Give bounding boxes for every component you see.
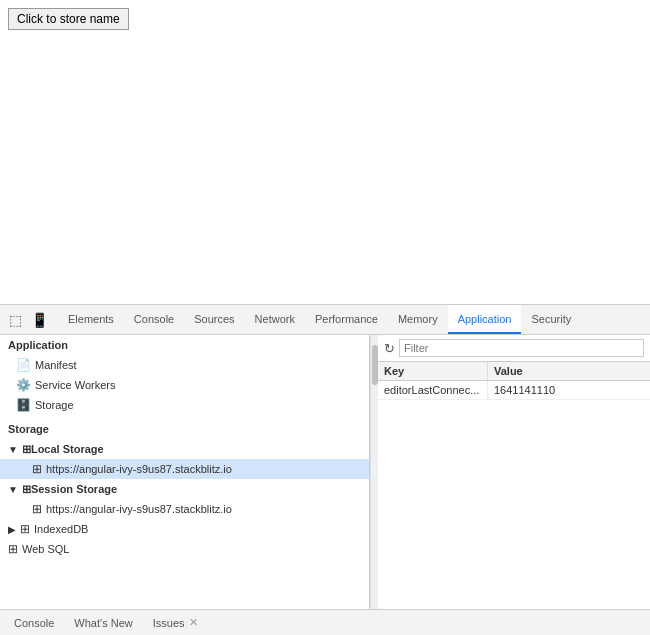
issues-close-icon[interactable]: ✕ <box>189 616 198 629</box>
local-storage-icon: ⊞ <box>22 443 31 456</box>
store-name-button[interactable]: Click to store name <box>8 8 129 30</box>
bottom-tab-issues-label: Issues <box>153 617 185 629</box>
devtools-icon-buttons: ⬚ 📱 <box>4 309 50 331</box>
main-content: Click to store name <box>0 0 650 304</box>
sidebar-item-storage[interactable]: 🗄️ Storage <box>0 395 369 415</box>
tab-sources[interactable]: Sources <box>184 305 244 334</box>
filter-bar: ↻ <box>378 335 650 362</box>
sidebar-item-websql[interactable]: ⊞ Web SQL <box>0 539 369 559</box>
tab-performance[interactable]: Performance <box>305 305 388 334</box>
table-header: Key Value <box>378 362 650 381</box>
sidebar-item-service-workers[interactable]: ⚙️ Service Workers <box>0 375 369 395</box>
websql-icon: ⊞ <box>8 542 18 556</box>
cell-value: 1641141110 <box>488 381 650 399</box>
indexeddb-label: IndexedDB <box>34 523 88 535</box>
bottom-tabs-bar: Console What's New Issues ✕ <box>0 609 650 635</box>
devtools-tabs-bar: ⬚ 📱 Elements Console Sources Network Per… <box>0 305 650 335</box>
manifest-label: Manifest <box>35 359 77 371</box>
session-storage-label: Session Storage <box>31 483 117 495</box>
session-storage-arrow: ▼ <box>8 484 18 495</box>
tab-application[interactable]: Application <box>448 305 522 334</box>
session-storage-group[interactable]: ▼ ⊞ Session Storage <box>0 479 369 499</box>
devtools-panel: ⬚ 📱 Elements Console Sources Network Per… <box>0 304 650 609</box>
sidebar-scrollbar[interactable] <box>370 335 378 609</box>
ss-url-label: https://angular-ivy-s9us87.stackblitz.io <box>46 503 232 515</box>
col-key-header: Key <box>378 362 488 380</box>
bottom-tab-whats-new-label: What's New <box>74 617 132 629</box>
ls-url-icon: ⊞ <box>32 462 42 476</box>
service-workers-label: Service Workers <box>35 379 115 391</box>
storage-icon: 🗄️ <box>16 398 31 412</box>
indexeddb-icon: ⊞ <box>20 522 30 536</box>
inspect-icon[interactable]: ⬚ <box>4 309 26 331</box>
table-row[interactable]: editorLastConnec... 1641141110 <box>378 381 650 400</box>
cell-key: editorLastConnec... <box>378 381 488 399</box>
refresh-button[interactable]: ↻ <box>384 341 395 356</box>
ss-url-icon: ⊞ <box>32 502 42 516</box>
tab-elements[interactable]: Elements <box>58 305 124 334</box>
storage-section-label: Storage <box>0 419 369 439</box>
tab-console[interactable]: Console <box>124 305 184 334</box>
sidebar-item-ss-stackblitz[interactable]: ⊞ https://angular-ivy-s9us87.stackblitz.… <box>0 499 369 519</box>
tab-memory[interactable]: Memory <box>388 305 448 334</box>
sidebar-item-ls-stackblitz[interactable]: ⊞ https://angular-ivy-s9us87.stackblitz.… <box>0 459 369 479</box>
app-section-label: Application <box>0 335 369 355</box>
tab-network[interactable]: Network <box>245 305 305 334</box>
ls-url-label: https://angular-ivy-s9us87.stackblitz.io <box>46 463 232 475</box>
manifest-icon: 📄 <box>16 358 31 372</box>
right-panel: ↻ Key Value editorLastConnec... 16411411… <box>378 335 650 609</box>
local-storage-group[interactable]: ▼ ⊞ Local Storage <box>0 439 369 459</box>
bottom-tab-issues[interactable]: Issues ✕ <box>143 610 208 635</box>
sidebar-item-indexeddb[interactable]: ▶ ⊞ IndexedDB <box>0 519 369 539</box>
device-icon[interactable]: 📱 <box>28 309 50 331</box>
scrollbar-thumb <box>372 345 378 385</box>
sidebar-item-manifest[interactable]: 📄 Manifest <box>0 355 369 375</box>
sidebar-scroll[interactable]: Application 📄 Manifest ⚙️ Service Worker… <box>0 335 369 609</box>
bottom-tab-console[interactable]: Console <box>4 610 64 635</box>
bottom-tab-whats-new[interactable]: What's New <box>64 610 142 635</box>
local-storage-label: Local Storage <box>31 443 104 455</box>
websql-label: Web SQL <box>22 543 70 555</box>
indexeddb-arrow: ▶ <box>8 524 16 535</box>
session-storage-icon: ⊞ <box>22 483 31 496</box>
col-value-header: Value <box>488 362 650 380</box>
bottom-tab-console-label: Console <box>14 617 54 629</box>
storage-label: Storage <box>35 399 74 411</box>
local-storage-arrow: ▼ <box>8 444 18 455</box>
filter-input[interactable] <box>399 339 644 357</box>
devtools-sidebar: Application 📄 Manifest ⚙️ Service Worker… <box>0 335 370 609</box>
tab-security[interactable]: Security <box>521 305 581 334</box>
devtools-body: Application 📄 Manifest ⚙️ Service Worker… <box>0 335 650 609</box>
service-workers-icon: ⚙️ <box>16 378 31 392</box>
